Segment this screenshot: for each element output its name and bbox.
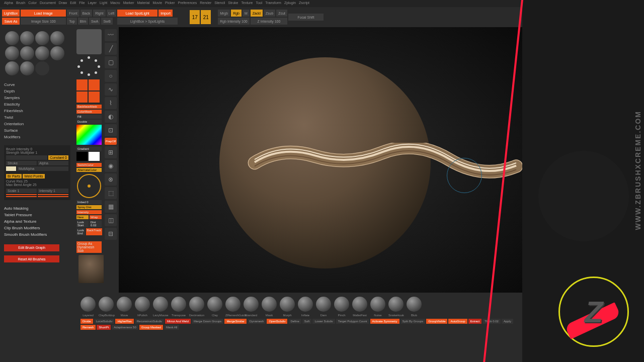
zsub-button[interactable]: Zsub [264,10,276,17]
m-button[interactable]: M [243,10,250,17]
tool-preview[interactable] [78,255,107,283]
geo-button[interactable]: Define [288,319,301,324]
num-17-button[interactable]: 17 [190,10,200,24]
swb-button[interactable]: SwB [101,18,112,25]
multalpha-field[interactable]: MultAlpha [17,166,68,171]
section-item[interactable]: Depth [4,88,70,95]
sym-button[interactable] [76,79,88,90]
gradient-button[interactable]: Gradient [76,147,102,151]
swatch[interactable] [6,166,16,171]
double-button[interactable]: Double [76,120,102,124]
zcut-button[interactable]: Zcut [276,10,287,17]
section-item[interactable]: Modifiers [4,134,70,140]
section-item[interactable]: Alpha and Texture [4,218,70,225]
switch-color-button[interactable]: SwitchColor [76,163,102,167]
material-swatch[interactable] [35,61,49,75]
material-swatch[interactable] [20,31,34,45]
fill-button[interactable]: Fill [76,115,102,119]
stroke-dots-icon[interactable] [76,56,102,76]
brush-swatch[interactable] [370,297,385,312]
menu-item[interactable]: Document [40,1,56,6]
view-btm-button[interactable]: Btm [78,18,88,25]
geo-button[interactable]: Thick 0.02 [482,319,501,324]
menu-item[interactable]: Edit [70,1,76,6]
menu-item[interactable]: Marker [123,1,134,6]
geo-button[interactable]: Remesh [80,325,96,330]
stroke-icon[interactable]: ⬚ [105,187,117,199]
stroke-circle-icon[interactable]: ○ [105,70,117,82]
brush-swatch[interactable] [225,297,240,312]
lock-end-button[interactable]: Lock End [76,228,85,235]
focal-shift-slider[interactable]: Focal Shift [288,14,324,21]
geo-button[interactable]: Divide [80,319,93,324]
black-swatch[interactable] [76,152,88,161]
geo-button[interactable]: Target Polygon Count [336,319,369,324]
menu-item[interactable]: Brush [16,1,25,6]
stroke-icon[interactable]: ⊞ [105,146,117,158]
material-swatch[interactable] [5,61,19,75]
material-swatch[interactable] [35,31,49,45]
material-swatch[interactable] [5,31,19,45]
imbed-slider[interactable]: Imbed 0 [76,200,102,204]
lock-start-button[interactable]: Lock Start [76,220,89,227]
view-right-button[interactable]: Right [93,10,105,17]
sym-button[interactable] [89,79,100,90]
section-item[interactable]: Elasticity [4,101,70,108]
section-item[interactable]: Surface [4,127,70,134]
brush-swatch[interactable] [99,297,114,312]
brush-swatch[interactable] [207,297,222,312]
lightbox-button[interactable]: LightBox [2,10,20,17]
menu-item[interactable]: File [79,1,85,6]
geo-button[interactable]: AutoGroup [448,319,467,324]
image-size-slider[interactable]: Image Size 100 [21,18,66,25]
view-front-button[interactable]: Front [67,10,79,17]
brush-swatch[interactable] [117,297,132,312]
save-as-button[interactable]: Save As [2,18,20,25]
brush-ring-icon[interactable] [77,174,101,198]
stroke-icon[interactable]: ◫ [105,214,117,226]
menu-item[interactable]: Preferences [178,1,197,6]
geo-button[interactable]: ReconstructSubdiv [135,319,164,324]
stroke-field[interactable]: Stroke [6,161,37,165]
geo-button[interactable]: MergeSimilar [224,319,246,324]
new-button[interactable]: New [76,215,89,219]
weld-button[interactable]: Weld Points [23,174,44,178]
rgb-button[interactable]: Rgb [231,10,242,17]
geo-button[interactable]: Extract [468,319,482,324]
prep-off-button[interactable]: PrepOff [105,138,117,145]
geo-button[interactable]: Apply [502,319,513,324]
lightbox-spotlights-button[interactable]: LightBox > SpotLights [117,18,178,25]
brush-swatch[interactable] [334,297,349,312]
scale-slider[interactable]: Scale 1 [6,189,37,193]
prop-slider[interactable]: Max Bend Angle 25 [6,183,68,187]
geo-button[interactable]: LocalSubdiv [94,319,115,324]
material-swatch[interactable] [5,46,19,60]
z-intensity-slider[interactable]: Z Intensity 100 [251,18,287,25]
brush-swatch[interactable] [388,297,404,312]
menu-item[interactable]: Picker [165,1,175,6]
menu-item[interactable]: Light [100,1,107,6]
prop-button[interactable] [6,194,37,195]
geo-button[interactable]: Merge Down Groups [192,319,223,324]
spray-dist-button[interactable]: Spray Dist [76,205,102,209]
geo-button[interactable]: GroupVisible [426,319,447,324]
menu-item[interactable]: Transform [265,1,281,6]
brush-swatch[interactable] [280,297,295,312]
load-spotlight-button[interactable]: Load SpotLight [117,10,157,17]
stroke-icon[interactable]: ▦ [105,201,117,213]
geo-button[interactable]: Mirror And Weld [165,319,191,324]
menu-item[interactable]: Color [28,1,37,6]
geo-button[interactable]: Lower Subdiv [312,319,335,324]
stroke-line-icon[interactable]: ╱ [105,43,117,55]
stroke-freehand-icon[interactable]: 〰 [105,29,117,41]
section-item[interactable]: Orientation [4,121,70,127]
geo-button[interactable]: OpenSubdiv [267,319,287,324]
menu-item[interactable]: Zscript [299,1,309,6]
section-item[interactable]: Auto Masking [4,205,70,212]
menu-item[interactable]: Zplugin [284,1,296,6]
brush-swatch[interactable] [244,297,259,312]
brush-swatch[interactable] [407,297,422,312]
geo-button[interactable]: HigherRes [115,319,133,324]
brush-swatch[interactable] [262,297,277,312]
menu-item[interactable]: Layer [88,1,97,6]
